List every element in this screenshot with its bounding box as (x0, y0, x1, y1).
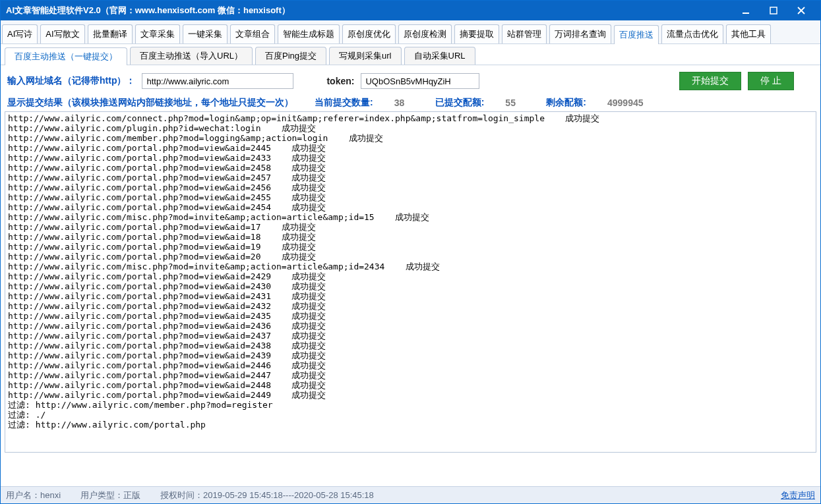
main-tab-6[interactable]: 智能生成标题 (278, 24, 340, 43)
app-title: AI文章智能处理软件V2.0（官网：www.henxisoft.com 微信：h… (6, 5, 290, 16)
sub-tab-4[interactable]: 自动采集URL (404, 47, 475, 65)
stats-row: 显示提交结果（该模块推送网站内部链接地址，每个地址只提交一次） 当前提交数量: … (1, 96, 820, 111)
main-tab-12[interactable]: 百度推送 (614, 25, 659, 44)
stop-button[interactable]: 停 止 (748, 72, 794, 90)
sub-tab-2[interactable]: 百度Ping提交 (255, 47, 326, 65)
sub-tab-1[interactable]: 百度主动推送（导入URL） (130, 47, 253, 65)
result-title: 显示提交结果（该模块推送网站内部链接地址，每个地址只提交一次） (7, 97, 293, 109)
log-line: http://www.ailyric.com/portal.php?mod=vi… (8, 311, 813, 321)
disclaimer-link[interactable]: 免责声明 (781, 490, 815, 501)
log-line: http://www.ailyric.com/portal.php?mod=vi… (8, 242, 813, 252)
maximize-button[interactable] (760, 1, 787, 20)
main-tab-2[interactable]: 批量翻译 (88, 24, 133, 43)
sub-tab-0[interactable]: 百度主动推送（一键提交） (5, 47, 127, 65)
log-line: http://www.ailyric.com/portal.php?mod=vi… (8, 173, 813, 182)
auth-time-label: 授权时间： (160, 490, 203, 501)
svg-rect-1 (770, 7, 777, 14)
log-line: http://www.ailyric.com/misc.php?mod=invi… (8, 262, 813, 271)
log-line: http://www.ailyric.com/portal.php?mod=vi… (8, 252, 813, 262)
log-line: 过滤: http://www.ailyric.com/member.php?mo… (8, 400, 813, 410)
log-line: 过滤: ./ (8, 410, 813, 420)
token-input[interactable] (361, 73, 479, 89)
domain-input[interactable] (142, 73, 293, 89)
form-row: 输入网址域名（记得带http）： token: 开始提交 停 止 (1, 65, 820, 96)
start-submit-button[interactable]: 开始提交 (679, 72, 741, 90)
user-type-value: 正版 (123, 490, 140, 501)
log-line: http://www.ailyric.com/portal.php?mod=vi… (8, 163, 813, 173)
token-label: token: (326, 76, 354, 86)
main-tab-11[interactable]: 万词排名查询 (549, 24, 611, 43)
log-line: http://www.ailyric.com/portal.php?mod=vi… (8, 192, 813, 202)
log-line: http://www.ailyric.com/portal.php?mod=vi… (8, 202, 813, 212)
remaining-quota-value: 4999945 (607, 98, 644, 108)
main-tab-8[interactable]: 原创度检测 (398, 24, 452, 43)
log-line: http://www.ailyric.com/portal.php?mod=vi… (8, 281, 813, 291)
output-log[interactable]: http://www.ailyric.com/connect.php?mod=l… (5, 111, 816, 453)
log-line: http://www.ailyric.com/portal.php?mod=vi… (8, 291, 813, 301)
close-button[interactable] (787, 1, 815, 20)
user-label: 用户名： (6, 490, 40, 501)
log-line: http://www.ailyric.com/portal.php?mod=vi… (8, 232, 813, 242)
user-value: henxi (40, 490, 61, 500)
log-line: http://www.ailyric.com/portal.php?mod=vi… (8, 153, 813, 163)
log-line: http://www.ailyric.com/portal.php?mod=vi… (8, 321, 813, 331)
submitted-quota-label: 已提交配额: (435, 97, 485, 109)
log-line: http://www.ailyric.com/connect.php?mod=l… (8, 113, 813, 123)
log-line: 过滤: http://www.ailyric.com/portal.php (8, 420, 813, 430)
log-line: http://www.ailyric.com/portal.php?mod=vi… (8, 271, 813, 281)
log-line: http://www.ailyric.com/portal.php?mod=vi… (8, 143, 813, 153)
log-line: http://www.ailyric.com/portal.php?mod=vi… (8, 360, 813, 370)
main-tabs: AI写诗AI写散文批量翻译文章采集一键采集文章组合智能生成标题原创度优化原创度检… (1, 20, 820, 44)
log-line: http://www.ailyric.com/portal.php?mod=vi… (8, 301, 813, 311)
main-tab-1[interactable]: AI写散文 (40, 24, 84, 43)
auth-time-value: 2019-05-29 15:45:18----2020-05-28 15:45:… (203, 490, 374, 500)
current-count-value: 38 (394, 98, 414, 108)
main-tab-5[interactable]: 文章组合 (230, 24, 275, 43)
current-count-label: 当前提交数量: (315, 97, 373, 109)
main-tab-3[interactable]: 文章采集 (135, 24, 180, 43)
sub-tabs: 百度主动推送（一键提交）百度主动推送（导入URL）百度Ping提交写规则采集ur… (1, 44, 820, 65)
main-tab-10[interactable]: 站群管理 (502, 24, 547, 43)
main-tab-14[interactable]: 其他工具 (726, 24, 771, 43)
main-tab-13[interactable]: 流量点击优化 (661, 24, 723, 43)
user-type-label: 用户类型： (80, 490, 123, 501)
log-line: http://www.ailyric.com/portal.php?mod=vi… (8, 380, 813, 390)
remaining-quota-label: 剩余配额: (546, 97, 586, 109)
log-line: http://www.ailyric.com/member.php?mod=lo… (8, 133, 813, 143)
log-line: http://www.ailyric.com/portal.php?mod=vi… (8, 341, 813, 350)
main-tab-7[interactable]: 原创度优化 (342, 24, 396, 43)
minimize-button[interactable] (732, 1, 760, 20)
log-line: http://www.ailyric.com/portal.php?mod=vi… (8, 331, 813, 341)
main-tab-4[interactable]: 一键采集 (183, 24, 228, 43)
submitted-quota-value: 55 (505, 98, 525, 108)
log-line: http://www.ailyric.com/portal.php?mod=vi… (8, 370, 813, 380)
sub-tab-3[interactable]: 写规则采集url (329, 47, 401, 65)
log-line: http://www.ailyric.com/plugin.php?id=wec… (8, 123, 813, 133)
titlebar: AI文章智能处理软件V2.0（官网：www.henxisoft.com 微信：h… (1, 1, 820, 20)
log-line: http://www.ailyric.com/misc.php?mod=invi… (8, 212, 813, 222)
footer: 用户名： henxi 用户类型： 正版 授权时间： 2019-05-29 15:… (1, 486, 820, 503)
log-line: http://www.ailyric.com/portal.php?mod=vi… (8, 182, 813, 192)
log-line: http://www.ailyric.com/portal.php?mod=vi… (8, 390, 813, 400)
svg-rect-0 (743, 13, 749, 14)
domain-label: 输入网址域名（记得带http）： (7, 75, 135, 87)
log-line: http://www.ailyric.com/portal.php?mod=vi… (8, 350, 813, 360)
main-tab-9[interactable]: 摘要提取 (454, 24, 499, 43)
log-line: http://www.ailyric.com/portal.php?mod=vi… (8, 222, 813, 232)
main-tab-0[interactable]: AI写诗 (2, 24, 38, 43)
